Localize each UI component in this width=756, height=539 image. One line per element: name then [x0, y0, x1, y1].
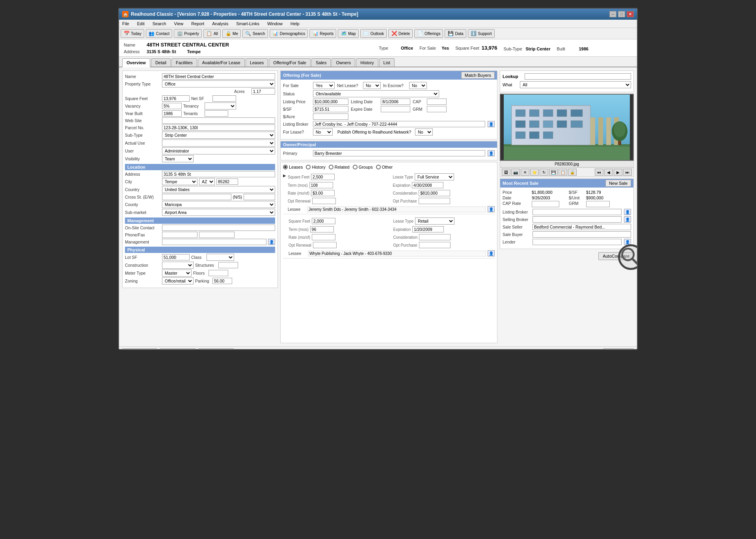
- lease1-rate-input[interactable]: [311, 190, 335, 196]
- status-select[interactable]: Otm/available: [313, 90, 439, 97]
- lease2-expiration-input[interactable]: [412, 226, 444, 232]
- lease2-term-input[interactable]: [310, 226, 334, 232]
- lease1-sqft-input[interactable]: [311, 174, 335, 180]
- visibility-select[interactable]: Team: [162, 155, 194, 162]
- photo-ctrl-frame[interactable]: 🖼: [502, 169, 510, 176]
- lease-tab-groups[interactable]: Groups: [353, 165, 373, 169]
- onsite-input[interactable]: [162, 225, 275, 231]
- sale-listbroker-add-button[interactable]: 👤: [624, 209, 631, 215]
- tenancy-select[interactable]: [205, 102, 236, 110]
- zip-input[interactable]: [216, 178, 238, 185]
- lookup-input[interactable]: [525, 73, 631, 80]
- crossst-ns-input[interactable]: [244, 194, 275, 200]
- tab-detail[interactable]: Detail: [151, 58, 171, 67]
- lease1-optrenewal-input[interactable]: [312, 198, 336, 204]
- lease-tab-other[interactable]: Other: [376, 165, 393, 169]
- toolbar-map[interactable]: 🗺️Map: [338, 29, 358, 38]
- sale-caprate-input[interactable]: [532, 201, 559, 207]
- photo-ctrl-save[interactable]: 💾: [549, 169, 558, 176]
- sale-saleseller-input[interactable]: [533, 224, 631, 230]
- listbroker-input[interactable]: [313, 121, 485, 127]
- country-select[interactable]: United States: [162, 186, 275, 193]
- photo-ctrl-next[interactable]: ▶: [614, 169, 622, 176]
- user-select[interactable]: Administrator: [162, 147, 275, 154]
- lease1-lessee-add-button[interactable]: 👤: [488, 206, 495, 212]
- lease1-term-input[interactable]: [309, 182, 333, 188]
- inescrow-select[interactable]: No: [409, 82, 427, 89]
- address-input[interactable]: [162, 171, 275, 177]
- expdate-input[interactable]: [381, 106, 410, 112]
- toolbar-outlook[interactable]: ✉️Outlook: [360, 29, 387, 38]
- lease1-leasetype-select[interactable]: Full Service: [415, 173, 454, 180]
- mgmt-input[interactable]: [162, 239, 266, 245]
- owner-add-button[interactable]: 👤: [488, 150, 495, 156]
- tab-offering[interactable]: Offering/For Sale: [269, 58, 311, 67]
- sale-grm-input[interactable]: [586, 201, 610, 207]
- lease-tab-history[interactable]: History: [306, 165, 325, 169]
- construction-select[interactable]: [162, 262, 194, 269]
- phone-input[interactable]: [162, 232, 197, 238]
- photo-ctrl-copy[interactable]: 📋: [559, 169, 567, 176]
- structures-input[interactable]: [218, 262, 238, 268]
- sale-sellingbroker-add-button[interactable]: 👤: [624, 216, 631, 223]
- toolbar-data[interactable]: 💾Data: [445, 29, 466, 38]
- photo-ctrl-lock[interactable]: 🔒: [568, 169, 577, 176]
- toolbar-demographics[interactable]: 📊Demographics: [270, 29, 308, 38]
- listprice-input[interactable]: [313, 99, 348, 105]
- menu-report[interactable]: Report: [190, 20, 206, 27]
- lease2-rate-input[interactable]: [312, 234, 335, 240]
- tab-owners[interactable]: Owners: [331, 58, 355, 67]
- photo-ctrl-add[interactable]: 📷: [511, 169, 520, 176]
- city-select[interactable]: Tempe: [162, 178, 197, 185]
- sqft-input[interactable]: [162, 95, 190, 102]
- toolbar-support[interactable]: ℹ️Support: [468, 29, 495, 38]
- tab-list[interactable]: List: [379, 58, 395, 67]
- zoning-select[interactable]: Office/retail: [162, 277, 194, 284]
- maximize-button[interactable]: □: [618, 11, 625, 17]
- lease1-lessee-input[interactable]: [307, 206, 486, 212]
- website-input[interactable]: [162, 117, 275, 124]
- lease2-leasetype-select[interactable]: Retail: [415, 217, 454, 225]
- menu-search[interactable]: Search: [151, 20, 168, 27]
- lease2-sqft-input[interactable]: [312, 218, 335, 224]
- photo-ctrl-star[interactable]: ⭐: [530, 169, 539, 176]
- new-property-button[interactable]: New Property: [122, 348, 157, 350]
- grm-input[interactable]: [427, 106, 447, 112]
- toolbar-today[interactable]: 📅Today: [121, 29, 144, 38]
- lease2-lessee-input[interactable]: [308, 251, 486, 256]
- floors-input[interactable]: [209, 270, 228, 276]
- county-select[interactable]: Maricopa: [162, 201, 275, 208]
- lease1-expiration-input[interactable]: [412, 182, 443, 188]
- minimize-button[interactable]: ─: [609, 11, 616, 17]
- forlease-select[interactable]: No: [313, 128, 333, 136]
- sale-salebuyer-input[interactable]: [533, 231, 631, 238]
- toolbar-contact[interactable]: 👥Contact: [146, 29, 172, 38]
- primary-input[interactable]: [313, 150, 485, 156]
- lease1-optpurchase-input[interactable]: [419, 198, 450, 204]
- tab-sales[interactable]: Sales: [311, 58, 331, 67]
- lease2-optpurchase-input[interactable]: [419, 242, 451, 248]
- sale-lender-input[interactable]: [533, 239, 622, 245]
- photo-ctrl-rotate[interactable]: ↻: [540, 169, 548, 176]
- tenants-input[interactable]: [205, 110, 228, 117]
- menu-view[interactable]: View: [173, 20, 185, 27]
- menu-file[interactable]: File: [121, 20, 131, 27]
- lease2-lessee-add-button[interactable]: 👤: [488, 250, 495, 256]
- lotsf-input[interactable]: [162, 254, 190, 260]
- new-sale-button[interactable]: New Sale: [605, 180, 631, 187]
- close-button[interactable]: ✕: [627, 11, 634, 17]
- tab-available[interactable]: Available/For Lease: [198, 58, 245, 67]
- toolbar-me[interactable]: 🔒Me: [222, 29, 241, 38]
- tab-leases[interactable]: Leases: [246, 58, 268, 67]
- property-type-select[interactable]: Office: [162, 80, 275, 87]
- lease-tab-related[interactable]: Related: [329, 165, 350, 169]
- fax-input[interactable]: [199, 232, 235, 238]
- toolbar-delete[interactable]: ❌Delete: [388, 29, 413, 38]
- menu-window[interactable]: Window: [266, 20, 284, 27]
- sale-sellingbroker-input[interactable]: [533, 216, 622, 223]
- metertype-select[interactable]: Master: [162, 270, 192, 277]
- state-select[interactable]: AZ: [199, 178, 215, 185]
- match-buyers-button[interactable]: Match Buyers: [461, 72, 495, 79]
- lease2-consideration-input[interactable]: [419, 234, 451, 240]
- toolbar-offerings[interactable]: 📄Offerings: [414, 29, 443, 38]
